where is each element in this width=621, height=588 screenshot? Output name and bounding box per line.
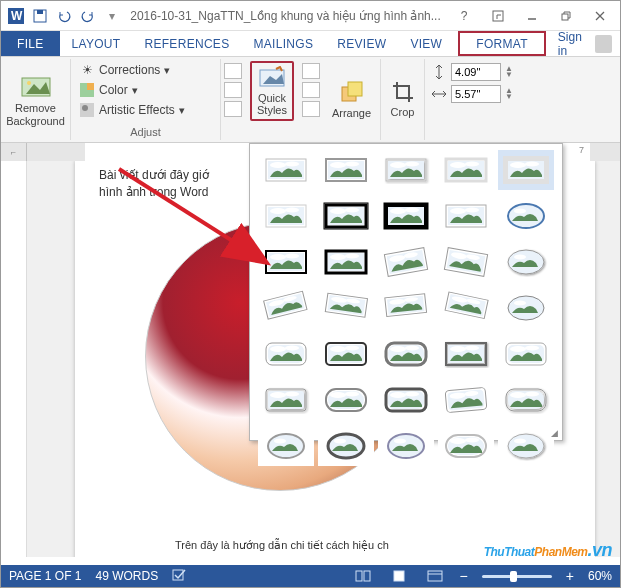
svg-point-59: [450, 208, 466, 214]
tab-mailings[interactable]: MAILINGS: [241, 31, 325, 56]
width-icon: [431, 86, 447, 102]
restore-icon[interactable]: [550, 5, 582, 27]
tab-view[interactable]: VIEW: [398, 31, 454, 56]
picture-effects-icon[interactable]: [302, 82, 320, 98]
svg-point-46: [270, 208, 286, 214]
picture-style-option[interactable]: [378, 288, 434, 328]
picture-style-option[interactable]: [438, 150, 494, 190]
picture-style-option[interactable]: [258, 334, 314, 374]
svg-rect-152: [356, 571, 362, 581]
picture-style-option[interactable]: [438, 242, 494, 282]
picture-style-option[interactable]: [318, 242, 374, 282]
ribbon-options-icon[interactable]: [482, 5, 514, 27]
picture-style-option[interactable]: [498, 426, 554, 466]
picture-style-option[interactable]: [318, 380, 374, 420]
picture-style-option[interactable]: [438, 288, 494, 328]
svg-point-30: [330, 162, 346, 168]
corrections-button[interactable]: ☀Corrections ▾: [77, 61, 187, 79]
picture-style-option[interactable]: [318, 288, 374, 328]
picture-style-option[interactable]: [378, 150, 434, 190]
picture-styles-gallery: ◢: [249, 143, 563, 441]
tab-references[interactable]: REFERENCES: [132, 31, 241, 56]
picture-style-option[interactable]: [498, 380, 554, 420]
svg-point-144: [394, 439, 406, 444]
picture-style-option[interactable]: [318, 426, 374, 466]
view-print-icon[interactable]: [388, 568, 410, 584]
picture-style-option[interactable]: [498, 150, 554, 190]
picture-style-option[interactable]: [438, 196, 494, 236]
compress-pictures-icon[interactable]: [224, 63, 242, 79]
color-button[interactable]: Color ▾: [77, 81, 187, 99]
reset-picture-icon[interactable]: [224, 101, 242, 117]
view-read-icon[interactable]: [352, 568, 374, 584]
change-picture-icon[interactable]: [224, 82, 242, 98]
picture-style-option[interactable]: [378, 380, 434, 420]
undo-icon[interactable]: [53, 5, 75, 27]
tab-format[interactable]: FORMAT: [458, 31, 546, 56]
quick-styles-button[interactable]: Quick Styles: [253, 64, 291, 118]
picture-style-option[interactable]: [378, 334, 434, 374]
picture-style-option[interactable]: [378, 426, 434, 466]
picture-border-icon[interactable]: [302, 63, 320, 79]
spinner-icon[interactable]: ▲▼: [505, 88, 513, 99]
status-words[interactable]: 49 WORDS: [95, 569, 158, 583]
status-page[interactable]: PAGE 1 OF 1: [9, 569, 81, 583]
svg-point-130: [405, 392, 419, 397]
view-web-icon[interactable]: [424, 568, 446, 584]
tab-file[interactable]: FILE: [1, 31, 60, 56]
zoom-in-icon[interactable]: +: [566, 568, 574, 584]
close-icon[interactable]: [584, 5, 616, 27]
body-text-bottom: Trên đây là hướng dẫn chi tiết cách hiệu…: [175, 539, 389, 552]
picture-style-option[interactable]: [318, 334, 374, 374]
picture-style-option[interactable]: [438, 380, 494, 420]
save-icon[interactable]: [29, 5, 51, 27]
picture-style-option[interactable]: [498, 242, 554, 282]
picture-layout-icon[interactable]: [302, 101, 320, 117]
picture-style-option[interactable]: [438, 334, 494, 374]
svg-point-35: [405, 162, 419, 167]
picture-style-option[interactable]: [378, 196, 434, 236]
zoom-slider[interactable]: [482, 575, 552, 578]
picture-style-option[interactable]: [258, 242, 314, 282]
quick-styles-label: Quick Styles: [257, 92, 287, 116]
artistic-effects-button[interactable]: Artistic Effects ▾: [77, 101, 187, 119]
spinner-icon[interactable]: ▲▼: [505, 66, 513, 77]
redo-icon[interactable]: [77, 5, 99, 27]
height-input[interactable]: 4.09": [451, 63, 501, 81]
sign-in-link[interactable]: Sign in: [550, 31, 620, 56]
zoom-out-icon[interactable]: −: [460, 568, 468, 584]
picture-style-option[interactable]: [258, 380, 314, 420]
zoom-level[interactable]: 60%: [588, 569, 612, 583]
tab-review[interactable]: REVIEW: [325, 31, 398, 56]
gallery-resize-icon[interactable]: ◢: [551, 428, 558, 438]
status-proofing-icon[interactable]: [172, 568, 188, 585]
picture-style-option[interactable]: [498, 288, 554, 328]
svg-point-150: [514, 439, 526, 444]
picture-style-option[interactable]: [498, 196, 554, 236]
minimize-icon[interactable]: [516, 5, 548, 27]
arrange-label: Arrange: [332, 107, 371, 119]
picture-style-option[interactable]: [258, 288, 314, 328]
remove-background-button[interactable]: Remove Background: [0, 61, 71, 138]
qat-customize-icon[interactable]: ▾: [101, 5, 123, 27]
picture-style-option[interactable]: [258, 426, 314, 466]
picture-style-option[interactable]: [438, 426, 494, 466]
svg-point-60: [465, 208, 479, 213]
svg-rect-155: [428, 571, 442, 581]
picture-style-option[interactable]: [258, 196, 314, 236]
width-input[interactable]: 5.57": [451, 85, 501, 103]
height-field-row: 4.09" ▲▼: [431, 63, 513, 81]
help-icon[interactable]: ?: [448, 5, 480, 27]
remove-bg-icon: [20, 72, 52, 100]
picture-style-option[interactable]: [318, 150, 374, 190]
svg-point-42: [510, 162, 526, 168]
crop-button[interactable]: Crop: [385, 61, 421, 138]
vertical-ruler[interactable]: [1, 161, 27, 557]
picture-style-option[interactable]: [318, 196, 374, 236]
picture-style-option[interactable]: [258, 150, 314, 190]
svg-point-109: [390, 346, 406, 352]
arrange-button[interactable]: Arrange: [326, 61, 377, 138]
tab-layout[interactable]: LAYOUT: [60, 31, 133, 56]
picture-style-option[interactable]: [378, 242, 434, 282]
picture-style-option[interactable]: [498, 334, 554, 374]
